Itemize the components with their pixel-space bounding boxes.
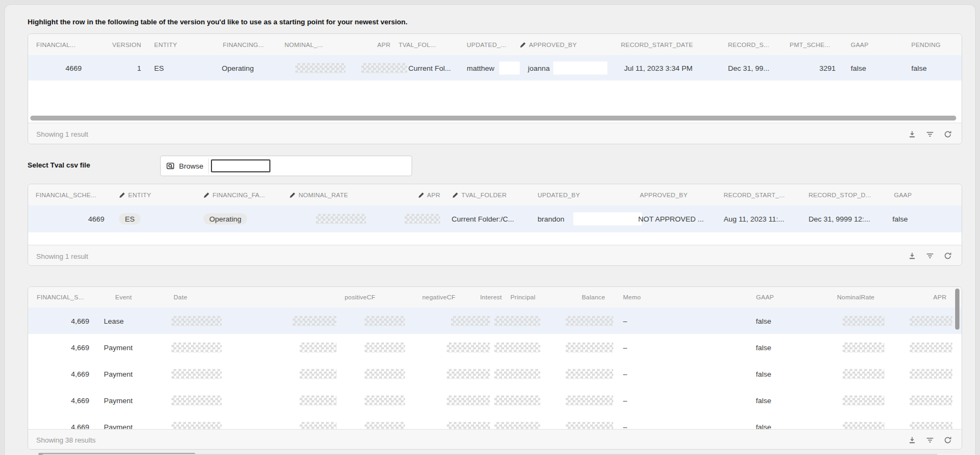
col-updated-by[interactable]: UPDATED_...: [467, 42, 506, 48]
col-event[interactable]: Event: [115, 294, 132, 300]
redacted-cell: [499, 62, 520, 75]
redacted-cell: [300, 342, 336, 352]
table-row[interactable]: 4669 1 ES Operating Current Fol... matth…: [28, 55, 962, 81]
entity-pill[interactable]: ES: [119, 213, 141, 225]
col-entity[interactable]: ENTITY: [119, 192, 151, 198]
col-nominal-rate[interactable]: NOMINAL_RATE: [289, 192, 348, 198]
redacted-cell: [843, 421, 884, 429]
tval-table: FINANCIAL_SCHE... ENTITY FINANCING_FA...…: [28, 184, 962, 266]
col-apr[interactable]: APR: [418, 192, 440, 198]
redacted-cell: [494, 421, 540, 429]
filter-button[interactable]: [925, 436, 934, 444]
refresh-button[interactable]: [943, 130, 952, 138]
col-financing[interactable]: FINANCING...: [223, 42, 264, 48]
financing-pill[interactable]: Operating: [203, 213, 247, 225]
file-input[interactable]: [211, 159, 270, 172]
pencil-icon: [119, 192, 125, 198]
vertical-scrollbar[interactable]: [955, 289, 959, 330]
redacted-cell: [171, 395, 222, 405]
table-row[interactable]: 4,669 Payment – false: [28, 387, 962, 414]
col-pmt-schedule[interactable]: PMT_SCHE...: [790, 42, 830, 48]
col-record-stop[interactable]: RECORD_S...: [728, 42, 769, 48]
col-approved-by[interactable]: APPROVED_BY: [520, 42, 577, 48]
col-financial-sche[interactable]: FINANCIAL_SCHE...: [36, 192, 96, 198]
col-gaap[interactable]: GAAP: [894, 192, 912, 198]
col-record-start[interactable]: RECORD_START_...: [724, 192, 785, 198]
redacted-cell: [300, 421, 336, 429]
redacted-cell: [447, 342, 490, 352]
redacted-cell: [494, 342, 540, 352]
col-record-stop[interactable]: RECORD_STOP_D...: [809, 192, 871, 198]
redacted-cell: [494, 395, 540, 405]
col-positivecf[interactable]: positiveCF: [345, 294, 375, 300]
col-approved-by[interactable]: APPROVED_BY: [640, 192, 687, 198]
table-row[interactable]: 4,669 Payment – false: [28, 360, 962, 387]
divider: [208, 158, 209, 173]
refresh-icon: [944, 252, 952, 260]
refresh-icon: [944, 130, 952, 138]
filter-button[interactable]: [925, 130, 934, 138]
redacted-cell: [171, 342, 222, 352]
redacted-cell: [365, 369, 405, 379]
col-principal[interactable]: Principal: [511, 294, 535, 300]
redacted-cell: [843, 369, 884, 379]
table-row[interactable]: 4,669 Payment – false: [28, 413, 962, 429]
table-row[interactable]: 4669 ES Operating Current Folder:/C... b…: [28, 205, 962, 232]
col-balance[interactable]: Balance: [582, 294, 605, 300]
refresh-button[interactable]: [943, 436, 952, 444]
redacted-cell: [843, 342, 884, 352]
refresh-button[interactable]: [943, 252, 952, 260]
table-row[interactable]: 4,669 Lease – false: [28, 307, 962, 334]
col-gaap[interactable]: GAAP: [756, 294, 774, 300]
filter-icon: [926, 130, 934, 138]
redacted-cell: [171, 369, 222, 379]
cashflow-table: FINANCIAL_S... Event Date positiveCF neg…: [28, 286, 962, 450]
table-row[interactable]: 4,669 Payment – false: [28, 334, 962, 361]
redacted-cell: [566, 316, 613, 326]
redacted-cell: [910, 395, 952, 405]
versions-table: FINANCIAL... VERSION ENTITY FINANCING...…: [28, 34, 962, 144]
redacted-cell: [447, 395, 490, 405]
col-tval-folder[interactable]: TVAL_FOLDER: [452, 192, 507, 198]
pencil-icon: [289, 192, 296, 198]
col-interest[interactable]: Interest: [480, 294, 502, 300]
col-financial[interactable]: FINANCIAL...: [36, 42, 76, 48]
col-date[interactable]: Date: [174, 294, 187, 300]
redacted-cell: [566, 421, 613, 429]
col-apr[interactable]: APR: [378, 42, 390, 48]
col-memo[interactable]: Memo: [623, 294, 641, 300]
col-updated-by[interactable]: UPDATED_BY: [538, 192, 580, 198]
redacted-cell: [447, 369, 490, 379]
results-summary: Showing 38 results: [36, 436, 96, 444]
col-nominalrate[interactable]: NominalRate: [837, 294, 875, 300]
horizontal-scrollbar[interactable]: [30, 116, 956, 121]
pencil-icon: [203, 192, 210, 198]
browse-button[interactable]: Browse: [161, 156, 214, 176]
download-button[interactable]: [908, 436, 916, 444]
filter-button[interactable]: [925, 252, 934, 260]
col-apr[interactable]: APR: [933, 294, 946, 300]
versions-table-footer: Showing 1 result: [28, 123, 962, 144]
col-record-start-date[interactable]: RECORD_START_DATE: [621, 42, 693, 48]
col-gaap[interactable]: GAAP: [851, 42, 869, 48]
pencil-icon: [452, 192, 459, 198]
download-icon: [908, 252, 916, 260]
col-nominal[interactable]: NOMINAL_...: [284, 42, 323, 48]
redacted-cell: [843, 395, 884, 405]
refresh-icon: [944, 436, 952, 444]
col-financial-s[interactable]: FINANCIAL_S...: [37, 294, 84, 300]
redacted-cell: [316, 214, 366, 224]
file-picker-label: Select Tval csv file: [28, 161, 90, 169]
col-entity[interactable]: ENTITY: [154, 42, 177, 48]
download-button[interactable]: [908, 130, 916, 138]
redacted-cell: [566, 395, 613, 405]
col-version[interactable]: VERSION: [112, 42, 141, 48]
results-summary: Showing 1 result: [36, 252, 88, 260]
col-negativecf[interactable]: negativeCF: [422, 294, 455, 300]
page-title: Highlight the row in the following table…: [28, 18, 407, 26]
col-tval-folder[interactable]: TVAL_FOL...: [399, 42, 436, 48]
pencil-icon: [418, 192, 425, 198]
download-button[interactable]: [908, 252, 916, 260]
col-pending[interactable]: PENDING: [911, 42, 941, 48]
col-financing-fa[interactable]: FINANCING_FA...: [203, 192, 265, 198]
